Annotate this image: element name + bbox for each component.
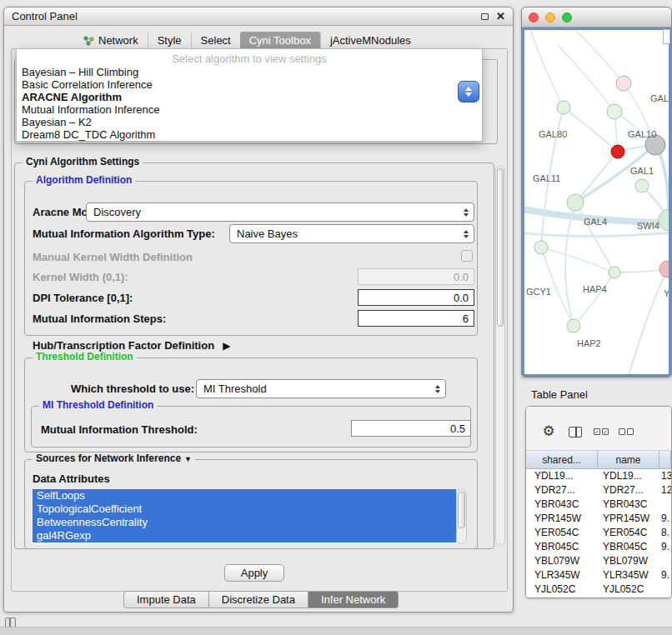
data-attributes-list[interactable]: SelfLoopsTopologicalCoefficientBetweenne… [33,489,456,544]
float-window-icon[interactable] [481,13,489,20]
table-rows: YDL19...YDL19...13YDR27...YDR27...12YBR0… [526,469,671,598]
bottom-tab-infer-network[interactable]: Infer Network [308,591,399,608]
tab-style[interactable]: Style [148,32,191,49]
attributes-scrollbar-thumb[interactable] [458,492,465,528]
network-node-label: SWI4 [637,221,659,231]
which-threshold-select[interactable]: MI Threshold [196,379,446,398]
table-row[interactable]: YDL19...YDL19...13 [526,469,671,483]
network-node[interactable] [616,76,631,91]
column-header-shared[interactable]: shared... [526,451,598,468]
close-traffic-light[interactable] [529,12,539,22]
algorithm-combo-button[interactable] [458,81,479,102]
kernel-width-field[interactable]: 0.0 [358,268,474,285]
settings-scrollbar[interactable] [495,166,505,546]
minimize-traffic-light[interactable] [545,12,555,22]
sources-legend-text: Sources for Network Inference [36,452,181,464]
table-settings-gear-icon[interactable]: ⚙ [539,422,558,441]
apply-button[interactable]: Apply [224,564,284,582]
network-node[interactable] [609,267,620,278]
network-node[interactable] [557,101,570,114]
table-cell: 9. [659,540,671,554]
network-node[interactable] [567,194,584,211]
network-node-label: GAL1 [630,166,654,176]
column-header-name[interactable]: name [598,451,659,468]
bottom-tab-discretize-data[interactable]: Discretize Data [209,591,308,608]
algorithm-option-mutual-information-inference[interactable]: Mutual Information Inference [17,103,482,116]
table-row[interactable]: YBR045CYBR045C9. [526,540,671,554]
tab-cyni-toolbox[interactable]: Cyni Toolbox [240,32,320,49]
table-cell [659,582,671,597]
table-row[interactable]: YBL079WYBL079W [526,554,671,568]
network-window-titlebar[interactable] [522,8,671,28]
select-columns-icon[interactable]: ✓✓ [591,422,611,441]
algorithm-option-bayesian-hill-climbing[interactable]: Bayesian – Hill Climbing [17,66,482,78]
settings-scrollbar-thumb[interactable] [497,168,504,327]
aracne-mode-select[interactable]: Discovery [86,202,474,222]
algorithm-dropdown-popup: Select algorithm to view settingsBayesia… [16,48,483,142]
network-node-label: GAL80 [539,129,567,139]
table-row[interactable]: YER054CYER054C8. [526,526,671,540]
dpi-tolerance-field[interactable]: 0.0 [358,289,474,306]
tab-jactivemnodules[interactable]: jActiveMNodules [320,32,420,49]
network-node[interactable] [567,319,580,332]
network-node-label: GAL11 [533,173,560,183]
table-row[interactable]: YLR345WYLR345W9. [526,568,671,582]
algorithm-option-aracne-algorithm[interactable]: ARACNE Algorithm [17,91,482,103]
table-row[interactable]: YPR145WYPR145W9. [526,512,671,526]
manual-kernel-label: Manual Kernel Width Definition [33,251,193,263]
network-edge[interactable] [575,202,614,272]
which-threshold-value: MI Threshold [203,382,267,395]
control-panel-titlebar[interactable]: Control Panel ✕ [4,8,513,26]
attribute-item-gal4rgexp[interactable]: gal4RGexp [33,529,456,542]
close-window-icon[interactable]: ✕ [496,12,505,22]
manual-kernel-checkbox[interactable] [461,250,473,262]
sources-legend[interactable]: Sources for Network Inference▼ [33,452,195,464]
network-node[interactable] [659,209,669,231]
network-node-label: GAL10 [628,129,656,139]
unselect-columns-icon[interactable] [616,422,636,441]
network-node[interactable] [534,241,548,254]
table-cell: YBR045C [598,540,659,554]
mi-steps-field[interactable]: 6 [358,310,474,327]
tab-select[interactable]: Select [191,32,240,49]
table-row[interactable]: YDR27...YDR27...12 [526,483,671,498]
algorithm-option-bayesian-k2[interactable]: Bayesian – K2 [17,116,482,128]
network-canvas[interactable]: GAL80GAL10GAL11GAL1SWI4GAL4GCY1HAP4HAP2G… [522,28,671,377]
zoom-traffic-light[interactable] [562,12,572,22]
column-selector-icon[interactable] [566,422,584,441]
network-node[interactable] [659,261,669,278]
dpi-tolerance-value: 0.0 [454,292,469,304]
table-row[interactable]: YJL052CYJL052C [526,582,671,597]
bottom-tab-impute-data[interactable]: Impute Data [123,591,209,608]
hub-definition-toggle[interactable]: Hub/Transcription Factor Definition ▶ [33,339,230,352]
network-edge[interactable] [565,202,575,326]
mi-threshold-value: 0.5 [450,422,465,435]
mi-type-select[interactable]: Naive Bayes [229,224,474,243]
table-cell: YJL052C [526,582,598,597]
table-row[interactable]: YBR043CYBR043C [526,498,671,512]
tab-network[interactable]: Network [74,32,148,49]
network-node[interactable] [607,104,622,119]
which-threshold-label: Which threshold to use: [71,382,194,395]
tab-label: jActiveMNodules [330,34,411,47]
attributes-scrollbar[interactable] [456,489,467,544]
algorithm-option-dream8-dc-tdc-algorithm[interactable]: Dream8 DC_TDC Algorithm [17,128,482,141]
network-edge[interactable] [541,248,614,272]
table-header-row: shared...name [526,451,671,469]
table-cell: YJL052C [598,582,659,597]
column-header-clipped[interactable] [659,451,671,468]
mi-type-value: Naive Bayes [237,228,298,240]
network-edge[interactable] [529,30,564,108]
network-edge[interactable] [574,272,614,326]
attribute-item-betweennesscentrality[interactable]: BetweennessCentrality [33,516,456,529]
network-edge[interactable] [570,30,624,83]
aracne-mode-value: Discovery [93,206,141,218]
network-node[interactable] [635,179,649,192]
mi-threshold-field[interactable]: 0.5 [351,420,471,437]
network-edge[interactable] [629,269,668,374]
network-edge[interactable] [524,232,669,237]
algorithm-option-basic-correlation-inference[interactable]: Basic Correlation Inference [17,78,482,91]
network-node[interactable] [611,145,624,158]
attribute-item-selfloops[interactable]: SelfLoops [33,489,456,502]
attribute-item-topologicalcoefficient[interactable]: TopologicalCoefficient [33,502,456,516]
